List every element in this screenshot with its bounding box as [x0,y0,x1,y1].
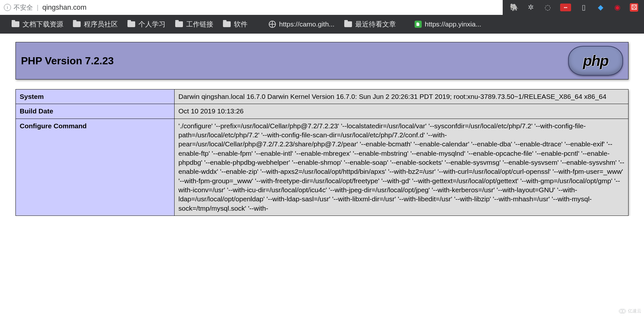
phpinfo-table: SystemDarwin qingshan.local 16.7.0 Darwi… [15,89,629,216]
lastpass-icon[interactable]: ••• [560,4,571,11]
phpinfo-row: Build DateOct 10 2019 10:13:26 [16,104,629,119]
globe-icon [269,21,276,28]
site-info-icon[interactable]: i [4,4,11,11]
phpinfo-value: Oct 10 2019 10:13:26 [175,104,629,119]
refresh-icon[interactable]: ◌ [543,3,552,12]
bookmark-label: 工作链接 [186,20,213,29]
bookmark-item[interactable]: 最近待看文章 [342,18,398,30]
weibo-icon[interactable]: ◉ [613,3,621,12]
bookmark-item[interactable]: 个人学习 [126,18,167,30]
bookmark-label: https://camo.gith... [279,20,335,28]
browser-chrome: i 不安全 | qingshan.com ☆ 🐘✲◌•••▯◆◉⚄ 文档下载资源… [0,0,644,34]
bookmark-label: 个人学习 [138,20,166,29]
phpinfo-header: PHP Version 7.2.23 php [15,42,629,79]
bookmark-item[interactable]: https://app.yinxia... [413,19,483,29]
page-url[interactable]: qingshan.com [42,3,86,12]
gear-icon[interactable]: ✲ [527,3,535,12]
phpinfo-key: Configure Command [16,119,175,216]
bookmark-label: https://app.yinxia... [425,20,481,28]
folder-icon [127,21,135,27]
folder-icon [223,21,231,27]
phpinfo-value: Darwin qingshan.local 16.7.0 Darwin Kern… [175,90,629,104]
phpinfo-row: Configure Command'./configure' '--prefix… [16,119,629,216]
folder-icon [73,21,81,27]
folder-icon [344,21,352,27]
address-bar[interactable]: i 不安全 | qingshan.com ☆ 🐘✲◌•••▯◆◉⚄ [0,0,644,15]
phpinfo-key: System [16,90,175,104]
diamond-icon[interactable]: ◆ [596,3,605,12]
dice-icon[interactable]: ⚄ [630,3,638,12]
bookmark-label: 文档下载资源 [23,20,63,29]
bookmark-item[interactable]: 程序员社区 [71,18,120,30]
address-divider: | [37,4,38,11]
extension-tray: 🐘✲◌•••▯◆◉⚄ [503,0,644,15]
phpinfo-value: './configure' '--prefix=/usr/local/Cella… [175,119,629,216]
folder-icon [12,21,19,27]
bookmark-outline-icon[interactable]: ▯ [579,3,588,12]
bookmark-item[interactable]: 软件 [221,18,249,30]
phpinfo-row: SystemDarwin qingshan.local 16.7.0 Darwi… [16,90,629,104]
evernote-icon[interactable]: 🐘 [510,3,518,12]
bookmark-item[interactable]: 工作链接 [173,18,215,30]
phpinfo-key: Build Date [16,104,175,119]
bookmark-label: 软件 [234,20,247,29]
phpinfo-tbody: SystemDarwin qingshan.local 16.7.0 Darwi… [16,90,629,216]
bookmark-label: 最近待看文章 [355,20,396,29]
php-logo-text: php [583,52,608,69]
page-content: PHP Version 7.2.23 php SystemDarwin qing… [0,34,644,216]
bookmark-label: 程序员社区 [84,20,118,29]
php-logo: php [568,46,623,76]
not-secure-label: 不安全 [14,3,33,12]
bookmark-item[interactable]: https://camo.gith... [267,19,337,29]
php-version-title: PHP Version 7.2.23 [21,55,114,67]
folder-icon [175,21,183,27]
bookmark-item[interactable]: 文档下载资源 [10,18,65,30]
evernote-icon [415,21,422,28]
bookmarks-bar: 文档下载资源程序员社区个人学习工作链接软件https://camo.gith..… [0,15,644,34]
